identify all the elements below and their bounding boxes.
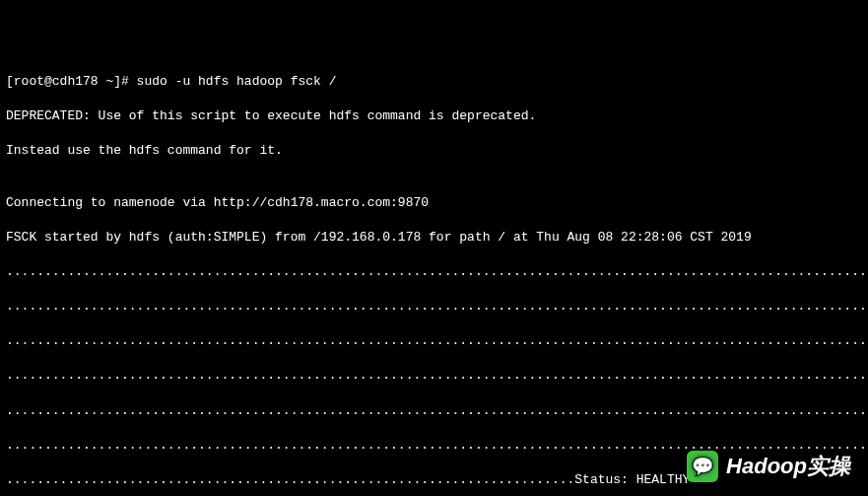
progress-dots: ........................................… <box>6 263 862 281</box>
deprecated-msg-2: Instead use the hdfs command for it. <box>6 142 862 160</box>
prompt-line[interactable]: [root@cdh178 ~]# sudo -u hdfs hadoop fsc… <box>6 73 862 91</box>
progress-dots: ........................................… <box>6 332 862 350</box>
fsck-started-line: FSCK started by hdfs (auth:SIMPLE) from … <box>6 229 862 247</box>
wechat-icon: 💬 <box>687 451 718 482</box>
watermark-text: Hadoop实操 <box>726 452 850 481</box>
watermark: 💬 Hadoop实操 <box>687 451 850 482</box>
progress-dots: ........................................… <box>6 367 862 385</box>
deprecated-msg-1: DEPRECATED: Use of this script to execut… <box>6 107 862 125</box>
connecting-line: Connecting to namenode via http://cdh178… <box>6 194 862 212</box>
progress-dots: ........................................… <box>6 402 862 420</box>
progress-dots: ........................................… <box>6 298 862 316</box>
